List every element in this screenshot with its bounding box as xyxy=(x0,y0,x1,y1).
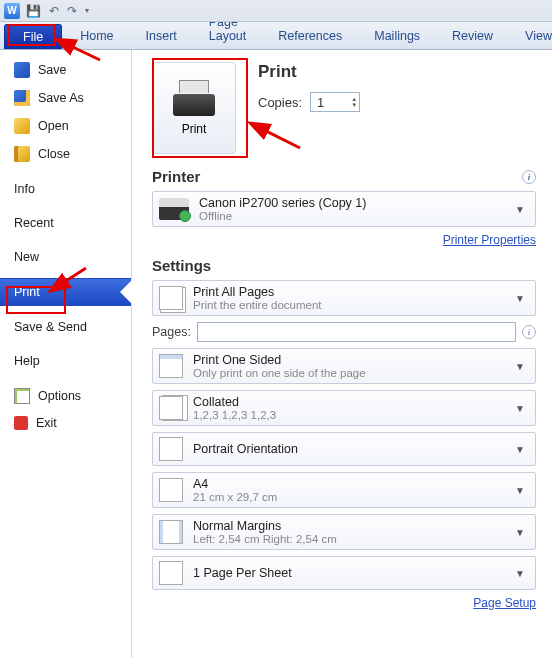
print-heading: Print xyxy=(258,62,360,82)
spinner-up-icon[interactable]: ▲ xyxy=(351,97,357,102)
chevron-down-icon: ▼ xyxy=(511,403,529,414)
tab-view[interactable]: View xyxy=(511,23,552,49)
copies-label: Copies: xyxy=(258,95,302,110)
dd-sub: 1,2,3 1,2,3 1,2,3 xyxy=(193,409,501,421)
saveas-icon xyxy=(14,90,30,106)
settings-section-heading: Settings xyxy=(152,257,211,274)
info-icon[interactable]: i xyxy=(522,170,536,184)
sidebar-item-label: Open xyxy=(38,119,69,133)
chevron-down-icon: ▼ xyxy=(511,485,529,496)
dd-title: Portrait Orientation xyxy=(193,442,501,456)
margins-icon xyxy=(159,520,183,544)
quick-access-toolbar: W 💾 ↶ ↷ ▾ xyxy=(0,0,552,22)
qat-buttons[interactable]: 💾 ↶ ↷ ▾ xyxy=(26,4,89,18)
sidebar-item-recent[interactable]: Recent xyxy=(0,210,131,236)
printer-name: Canon iP2700 series (Copy 1) xyxy=(199,196,501,210)
printer-status: Offline xyxy=(199,210,501,222)
save-icon[interactable]: 💾 xyxy=(26,4,41,18)
annotation-box-file xyxy=(8,24,56,46)
sidebar-item-open[interactable]: Open xyxy=(0,112,131,140)
sidebar-item-save[interactable]: Save xyxy=(0,56,131,84)
copies-value: 1 xyxy=(317,95,324,110)
printer-properties-link[interactable]: Printer Properties xyxy=(443,233,536,247)
tab-mailings[interactable]: Mailings xyxy=(360,23,434,49)
annotation-box-sidebar-print xyxy=(6,286,66,314)
info-icon[interactable]: i xyxy=(522,325,536,339)
sidebar-item-help[interactable]: Help xyxy=(0,348,131,374)
sidebar-item-save-send[interactable]: Save & Send xyxy=(0,314,131,340)
collate-dropdown[interactable]: Collated 1,2,3 1,2,3 1,2,3 ▼ xyxy=(152,390,536,426)
dd-sub: Only print on one side of the page xyxy=(193,367,501,379)
dd-title: A4 xyxy=(193,477,501,491)
tab-home[interactable]: Home xyxy=(66,23,127,49)
paper-size-dropdown[interactable]: A4 21 cm x 29,7 cm ▼ xyxy=(152,472,536,508)
pages-icon xyxy=(159,286,183,310)
dd-sub: Print the entire document xyxy=(193,299,501,311)
tab-references[interactable]: References xyxy=(264,23,356,49)
copies-spinner[interactable]: 1 ▲ ▼ xyxy=(310,92,360,112)
pages-input[interactable] xyxy=(197,322,516,342)
sidebar-item-label: Help xyxy=(14,354,40,368)
sidebar-item-label: New xyxy=(14,250,39,264)
folder-close-icon xyxy=(14,146,30,162)
paper-icon xyxy=(159,478,183,502)
sidebar-item-label: Save xyxy=(38,63,67,77)
sidebar-item-exit[interactable]: Exit xyxy=(0,410,131,436)
folder-open-icon xyxy=(14,118,30,134)
chevron-down-icon: ▼ xyxy=(511,568,529,579)
word-app-icon: W xyxy=(4,3,20,19)
undo-icon[interactable]: ↶ xyxy=(49,4,59,18)
dd-sub: 21 cm x 29,7 cm xyxy=(193,491,501,503)
redo-icon[interactable]: ↷ xyxy=(67,4,77,18)
pages-label: Pages: xyxy=(152,325,191,339)
qat-dropdown-icon[interactable]: ▾ xyxy=(85,6,89,15)
sidebar-item-label: Exit xyxy=(36,416,57,430)
orientation-dropdown[interactable]: Portrait Orientation ▼ xyxy=(152,432,536,466)
spinner-down-icon[interactable]: ▼ xyxy=(351,103,357,108)
options-icon xyxy=(14,388,30,404)
chevron-down-icon: ▼ xyxy=(511,293,529,304)
ribbon-tabs: File Home Insert Page Layout References … xyxy=(0,22,552,50)
print-info: Print Copies: 1 ▲ ▼ xyxy=(258,62,360,112)
tab-insert[interactable]: Insert xyxy=(132,23,191,49)
sides-dropdown[interactable]: Print One Sided Only print on one side o… xyxy=(152,348,536,384)
sidebar-item-options[interactable]: Options xyxy=(0,382,131,410)
one-page-icon xyxy=(159,561,183,585)
dd-title: 1 Page Per Sheet xyxy=(193,566,501,580)
sidebar-item-new[interactable]: New xyxy=(0,244,131,270)
margins-dropdown[interactable]: Normal Margins Left: 2,54 cm Right: 2,54… xyxy=(152,514,536,550)
sidebar-item-label: Options xyxy=(38,389,81,403)
dd-title: Print One Sided xyxy=(193,353,501,367)
backstage-sidebar: Save Save As Open Close Info Recent New … xyxy=(0,50,132,658)
annotation-box-printbtn xyxy=(152,58,248,158)
page-setup-link[interactable]: Page Setup xyxy=(473,596,536,610)
pages-per-sheet-dropdown[interactable]: 1 Page Per Sheet ▼ xyxy=(152,556,536,590)
dd-title: Collated xyxy=(193,395,501,409)
collate-icon xyxy=(159,396,183,420)
disk-icon xyxy=(14,62,30,78)
chevron-down-icon: ▼ xyxy=(511,361,529,372)
print-range-dropdown[interactable]: Print All Pages Print the entire documen… xyxy=(152,280,536,316)
dd-title: Print All Pages xyxy=(193,285,501,299)
tab-review[interactable]: Review xyxy=(438,23,507,49)
sidebar-item-label: Save & Send xyxy=(14,320,87,334)
sidebar-item-label: Close xyxy=(38,147,70,161)
dd-title: Normal Margins xyxy=(193,519,501,533)
printer-section-heading: Printer xyxy=(152,168,200,185)
portrait-icon xyxy=(159,437,183,461)
sidebar-item-info[interactable]: Info xyxy=(0,176,131,202)
chevron-down-icon: ▼ xyxy=(511,204,529,215)
sidebar-item-saveas[interactable]: Save As xyxy=(0,84,131,112)
printer-status-icon xyxy=(159,198,189,220)
exit-icon xyxy=(14,416,28,430)
dd-sub: Left: 2,54 cm Right: 2,54 cm xyxy=(193,533,501,545)
chevron-down-icon: ▼ xyxy=(511,527,529,538)
sidebar-item-label: Recent xyxy=(14,216,54,230)
chevron-down-icon: ▼ xyxy=(511,444,529,455)
sidebar-item-close[interactable]: Close xyxy=(0,140,131,168)
printer-select-dropdown[interactable]: Canon iP2700 series (Copy 1) Offline ▼ xyxy=(152,191,536,227)
sidebar-item-label: Info xyxy=(14,182,35,196)
one-sided-icon xyxy=(159,354,183,378)
sidebar-item-label: Save As xyxy=(38,91,84,105)
